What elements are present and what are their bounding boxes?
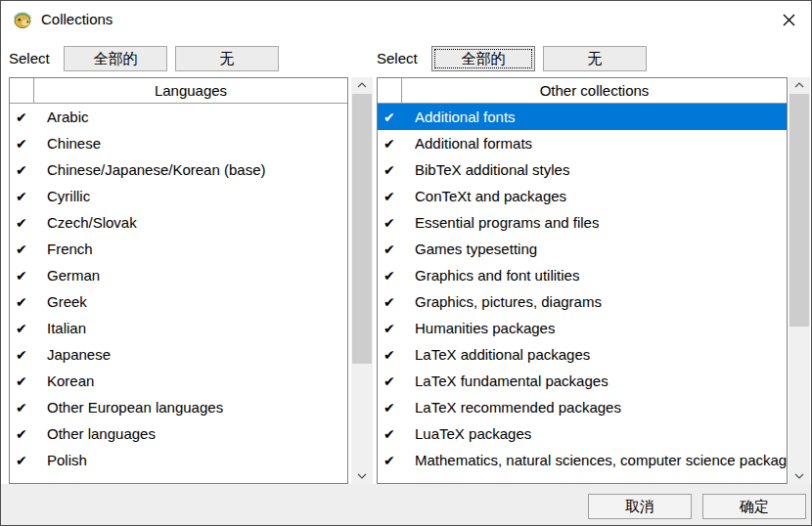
checkmark-icon: ✔ — [16, 241, 39, 257]
languages-scrollbar[interactable] — [351, 77, 373, 484]
other-collections-scrollbar[interactable] — [789, 77, 810, 484]
list-item[interactable]: ✔ French — [10, 236, 347, 262]
window-title: Collections — [41, 1, 113, 38]
checkmark-icon: ✔ — [383, 347, 407, 363]
checkmark-icon: ✔ — [383, 189, 407, 204]
list-item[interactable]: ✔ Greek — [10, 288, 347, 315]
list-item-label: Italian — [47, 320, 86, 336]
languages-header-title: Languages — [34, 78, 347, 103]
list-item-label: German — [47, 267, 100, 284]
list-item[interactable]: ✔ LaTeX fundamental packages — [378, 368, 787, 394]
list-item[interactable]: ✔ LaTeX recommended packages — [378, 394, 787, 420]
list-item[interactable]: ✔ BibTeX additional styles — [378, 156, 787, 183]
checkmark-icon: ✔ — [16, 110, 39, 125]
list-item-label: LaTeX additional packages — [415, 346, 590, 363]
left-select-all-button[interactable]: 全部的 — [64, 46, 167, 71]
languages-panel: Languages ✔ Arabic ✔ Chinese ✔ Chinese/J… — [9, 77, 348, 484]
checkmark-icon: ✔ — [16, 189, 39, 204]
list-item[interactable]: ✔ Czech/Slovak — [10, 209, 347, 236]
checkmark-icon: ✔ — [16, 162, 39, 178]
list-item[interactable]: ✔ Additional fonts — [378, 104, 787, 130]
list-item[interactable]: ✔ Graphics and font utilities — [378, 262, 787, 288]
left-select-none-button[interactable]: 无 — [175, 46, 279, 71]
list-item-label: BibTeX additional styles — [415, 161, 569, 178]
scroll-up-icon[interactable] — [789, 77, 810, 93]
list-item[interactable]: ✔ LaTeX additional packages — [378, 341, 787, 368]
checkmark-icon: ✔ — [16, 136, 39, 152]
list-item[interactable]: ✔ Games typesetting — [378, 236, 787, 262]
other-collections-header: Other collections — [378, 78, 787, 104]
collections-dialog: Collections Select 全部的 无 Select 全部的 无 La… — [0, 0, 812, 526]
scrollbar-thumb[interactable] — [352, 94, 372, 364]
list-item[interactable]: ✔ Chinese/Japanese/Korean (base) — [10, 156, 347, 183]
checkmark-icon: ✔ — [16, 268, 39, 284]
list-item[interactable]: ✔ Italian — [10, 315, 347, 341]
right-select-label: Select — [377, 45, 418, 71]
list-item[interactable]: ✔ Essential programs and files — [378, 209, 787, 236]
checkmark-icon: ✔ — [16, 400, 39, 416]
scroll-down-icon[interactable] — [789, 468, 810, 484]
list-item-label: Chinese/Japanese/Korean (base) — [47, 161, 265, 178]
checkmark-icon: ✔ — [383, 373, 407, 389]
scroll-up-icon[interactable] — [351, 77, 373, 93]
texlive-app-icon — [13, 10, 32, 29]
right-select-none-button[interactable]: 无 — [543, 46, 647, 71]
list-item-label: Arabic — [47, 109, 89, 125]
checkmark-icon: ✔ — [16, 321, 39, 336]
list-item-label: Cyrillic — [47, 188, 90, 204]
list-item-label: Humanities packages — [415, 320, 555, 336]
right-select-all-button[interactable]: 全部的 — [431, 46, 535, 71]
close-icon — [783, 14, 795, 26]
list-item[interactable]: ✔ Korean — [10, 368, 347, 394]
list-item-label: ConTeXt and packages — [415, 188, 566, 204]
checkmark-icon: ✔ — [383, 426, 407, 442]
list-item-label: Additional formats — [415, 135, 532, 152]
list-item[interactable]: ✔ Humanities packages — [378, 315, 787, 341]
title-bar: Collections — [1, 1, 811, 38]
list-item-label: Essential programs and files — [415, 214, 599, 231]
list-item-label: Graphics and font utilities — [415, 267, 579, 284]
list-item[interactable]: ✔ ConTeXt and packages — [378, 183, 787, 209]
list-item[interactable]: ✔ German — [10, 262, 347, 288]
list-item-label: Czech/Slovak — [47, 214, 137, 231]
list-item-label: Greek — [47, 293, 87, 310]
list-item-label: French — [47, 241, 93, 257]
list-item-label: Chinese — [47, 135, 101, 152]
list-item[interactable]: ✔ Cyrillic — [10, 183, 347, 209]
checkmark-icon: ✔ — [383, 162, 407, 178]
list-item-label: Other languages — [47, 425, 156, 442]
checkmark-icon: ✔ — [16, 215, 39, 231]
check-column-spacer — [378, 78, 402, 103]
list-item-label: Other European languages — [47, 399, 223, 416]
dialog-footer: 取消 确定 — [1, 484, 811, 526]
checkmark-icon: ✔ — [383, 241, 407, 257]
list-item[interactable]: ✔ Other European languages — [10, 394, 347, 420]
list-item-label: Graphics, pictures, diagrams — [415, 293, 602, 310]
list-item[interactable]: ✔ Mathematics, natural sciences, compute… — [378, 447, 787, 473]
checkmark-icon: ✔ — [16, 453, 39, 468]
checkmark-icon: ✔ — [383, 215, 407, 231]
list-item[interactable]: ✔ LuaTeX packages — [378, 420, 787, 447]
list-item-label: LuaTeX packages — [415, 425, 531, 442]
list-item[interactable]: ✔ Graphics, pictures, diagrams — [378, 288, 787, 315]
list-item[interactable]: ✔ Polish — [10, 447, 347, 473]
list-item[interactable]: ✔ Chinese — [10, 130, 347, 156]
languages-header: Languages — [10, 78, 347, 104]
checkmark-icon: ✔ — [383, 268, 407, 284]
scrollbar-thumb[interactable] — [789, 94, 809, 327]
list-item[interactable]: ✔ Other languages — [10, 420, 347, 447]
checkmark-icon: ✔ — [16, 426, 39, 442]
list-item-label: Mathematics, natural sciences, computer … — [415, 452, 787, 468]
scroll-down-icon[interactable] — [351, 468, 373, 484]
other-collections-list: ✔ Additional fonts ✔ Additional formats … — [378, 104, 787, 483]
languages-list: ✔ Arabic ✔ Chinese ✔ Chinese/Japanese/Ko… — [10, 104, 347, 483]
left-select-label: Select — [9, 45, 50, 71]
ok-button[interactable]: 确定 — [702, 494, 806, 519]
close-button[interactable] — [776, 8, 801, 31]
checkmark-icon: ✔ — [16, 373, 39, 389]
list-item-label: LaTeX fundamental packages — [415, 373, 609, 389]
list-item[interactable]: ✔ Japanese — [10, 341, 347, 368]
list-item[interactable]: ✔ Arabic — [10, 104, 347, 130]
list-item[interactable]: ✔ Additional formats — [378, 130, 787, 156]
cancel-button[interactable]: 取消 — [588, 494, 692, 519]
